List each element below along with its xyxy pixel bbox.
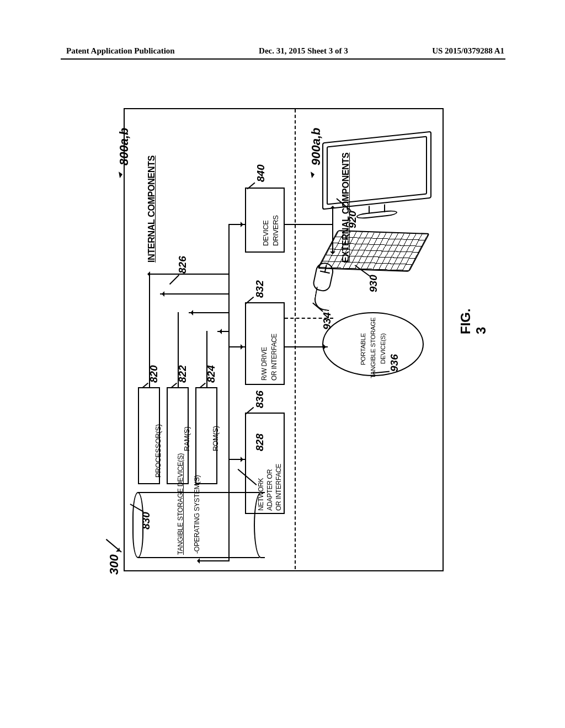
operating-system-label: OPERATING SYSTEM(S)	[193, 475, 201, 554]
bus-v1	[149, 274, 150, 387]
bus-v2	[178, 312, 179, 387]
rw-drive-l2: OR INTERFACE	[270, 334, 278, 381]
rw-to-portable-line	[285, 346, 328, 347]
figure-3: 300 800a,b 900a,b INTERNAL COMPONENTS EX…	[103, 108, 471, 647]
ref-840: 840	[255, 164, 267, 182]
ref-930: 930	[367, 275, 380, 292]
header-right: US 2015/0379288 A1	[432, 46, 504, 56]
ref-832: 832	[254, 280, 266, 298]
ref-300-arrow	[106, 539, 122, 553]
ref-830: 830	[140, 512, 152, 529]
processor-label: PROCESSOR(S)	[154, 424, 162, 478]
ref-900-arrow	[311, 170, 318, 178]
bus-branch-proc	[160, 293, 230, 295]
rom-label: ROM(S)	[211, 426, 220, 451]
ref-800-arrow	[119, 170, 126, 178]
internal-components-heading: INTERNAL COMPONENTS	[147, 156, 157, 263]
bus-top-branch	[149, 274, 230, 275]
line-to-monitor	[332, 207, 333, 225]
header-left: Patent Application Publication	[66, 46, 175, 56]
ref-836: 836	[254, 390, 266, 408]
ref-920: 920	[347, 211, 359, 228]
portable-l3: DEVICE(S)	[380, 334, 386, 364]
bus-to-rw-drive	[228, 346, 245, 347]
internal-external-divider	[295, 109, 296, 569]
rw-drive-l1: R/W DRIVE	[260, 347, 268, 381]
ram-label: RAM(S)	[183, 427, 191, 451]
dd-to-external-line	[285, 224, 333, 225]
bus-branch-ram	[189, 312, 230, 313]
bus-v3	[206, 331, 207, 387]
device-drivers-l2: DRIVERS	[271, 215, 280, 246]
device-drivers-l1: DEVICE	[262, 220, 270, 246]
portable-l2: TANGIBLE STORAGE	[370, 318, 376, 378]
header-center: Dec. 31, 2015 Sheet 3 of 3	[259, 46, 348, 56]
bus-to-storage	[199, 560, 230, 561]
bus-branch-rom	[217, 331, 230, 332]
ref-800ab: 800a,b	[117, 128, 131, 166]
net-adapter-l3: OR INTERFACE	[275, 464, 282, 511]
bus-to-net-adapter	[228, 459, 245, 460]
ref-300: 300	[107, 554, 121, 575]
tangible-storage-label: TANGIBLE STORAGE DEVICE(S)	[177, 453, 184, 555]
page-header: Patent Application Publication Dec. 31, …	[0, 46, 565, 56]
figure-caption: FIG. 3	[458, 308, 489, 334]
ref-826: 826	[177, 256, 189, 274]
portable-l1: PORTABLE	[360, 333, 366, 365]
monitor-icon	[322, 131, 431, 226]
header-rule	[61, 58, 505, 60]
bus-to-device-drivers	[228, 224, 245, 225]
bus-vert-top	[228, 224, 230, 275]
net-adapter-l2: ADAPTER OR	[266, 469, 274, 511]
net-adapter-l1: NETWORK	[257, 478, 265, 511]
ref-936: 936	[388, 354, 401, 372]
ref-900ab: 900a,b	[309, 128, 323, 166]
